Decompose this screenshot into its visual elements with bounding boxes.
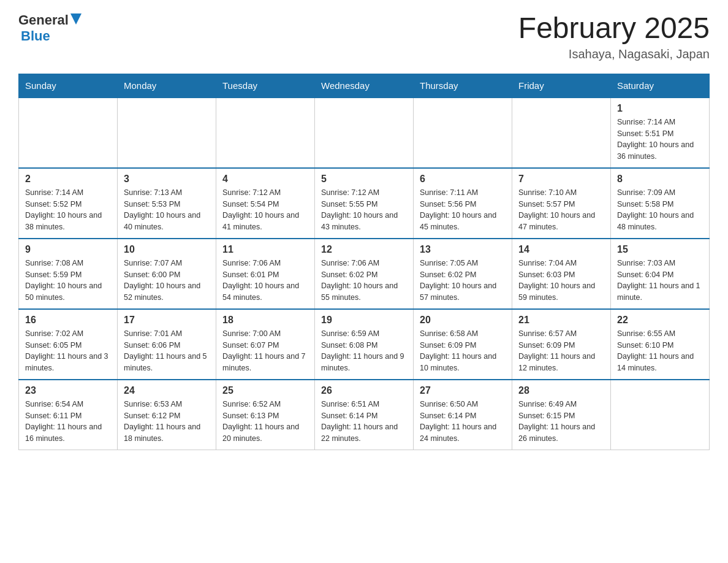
table-row [512,98,611,168]
page-title: February 2025 [518,12,710,45]
day-number: 3 [124,174,210,185]
weekday-thursday: Thursday [414,74,512,98]
day-info: Sunrise: 6:53 AM Sunset: 6:12 PM Dayligh… [124,399,210,445]
page-header: General Blue February 2025 Isahaya, Naga… [18,12,710,61]
day-number: 28 [518,385,604,396]
logo-general-text: General [18,12,69,28]
table-row: 27Sunrise: 6:50 AM Sunset: 6:14 PM Dayli… [414,380,512,450]
day-info: Sunrise: 6:50 AM Sunset: 6:14 PM Dayligh… [420,399,506,445]
table-row [216,98,315,168]
day-info: Sunrise: 6:59 AM Sunset: 6:08 PM Dayligh… [321,328,407,374]
table-row: 18Sunrise: 7:00 AM Sunset: 6:07 PM Dayli… [216,309,315,380]
day-number: 25 [222,385,308,396]
table-row: 23Sunrise: 6:54 AM Sunset: 6:11 PM Dayli… [19,380,118,450]
table-row [611,380,710,450]
weekday-saturday: Saturday [611,74,710,98]
page-subtitle: Isahaya, Nagasaki, Japan [518,47,710,61]
table-row: 20Sunrise: 6:58 AM Sunset: 6:09 PM Dayli… [414,309,512,380]
day-number: 21 [518,315,604,326]
day-number: 27 [420,385,506,396]
table-row: 15Sunrise: 7:03 AM Sunset: 6:04 PM Dayli… [611,239,710,309]
day-number: 15 [617,244,703,255]
day-info: Sunrise: 7:14 AM Sunset: 5:52 PM Dayligh… [25,187,111,233]
day-info: Sunrise: 7:10 AM Sunset: 5:57 PM Dayligh… [518,187,604,233]
day-number: 6 [420,174,506,185]
day-number: 22 [617,315,703,326]
calendar-week-3: 9Sunrise: 7:08 AM Sunset: 5:59 PM Daylig… [19,239,710,309]
weekday-friday: Friday [512,74,611,98]
day-number: 5 [321,174,407,185]
logo-triangle-icon [70,13,82,27]
day-number: 23 [25,385,111,396]
day-info: Sunrise: 7:03 AM Sunset: 6:04 PM Dayligh… [617,258,703,304]
table-row: 17Sunrise: 7:01 AM Sunset: 6:06 PM Dayli… [118,309,216,380]
day-info: Sunrise: 7:12 AM Sunset: 5:55 PM Dayligh… [321,187,407,233]
day-info: Sunrise: 7:02 AM Sunset: 6:05 PM Dayligh… [25,328,111,374]
table-row: 26Sunrise: 6:51 AM Sunset: 6:14 PM Dayli… [315,380,414,450]
table-row [315,98,414,168]
calendar-week-4: 16Sunrise: 7:02 AM Sunset: 6:05 PM Dayli… [19,309,710,380]
table-row: 1Sunrise: 7:14 AM Sunset: 5:51 PM Daylig… [611,98,710,168]
day-number: 1 [617,103,703,114]
day-number: 14 [518,244,604,255]
table-row: 6Sunrise: 7:11 AM Sunset: 5:56 PM Daylig… [414,168,512,239]
table-row: 21Sunrise: 6:57 AM Sunset: 6:09 PM Dayli… [512,309,611,380]
day-info: Sunrise: 7:14 AM Sunset: 5:51 PM Dayligh… [617,117,703,163]
weekday-tuesday: Tuesday [216,74,315,98]
table-row: 9Sunrise: 7:08 AM Sunset: 5:59 PM Daylig… [19,239,118,309]
weekday-monday: Monday [118,74,216,98]
table-row: 7Sunrise: 7:10 AM Sunset: 5:57 PM Daylig… [512,168,611,239]
day-number: 8 [617,174,703,185]
day-info: Sunrise: 7:08 AM Sunset: 5:59 PM Dayligh… [25,258,111,304]
day-info: Sunrise: 6:55 AM Sunset: 6:10 PM Dayligh… [617,328,703,374]
logo: General Blue [18,12,82,44]
day-info: Sunrise: 7:01 AM Sunset: 6:06 PM Dayligh… [124,328,210,374]
weekday-sunday: Sunday [19,74,118,98]
calendar-week-1: 1Sunrise: 7:14 AM Sunset: 5:51 PM Daylig… [19,98,710,168]
logo-blue-text: Blue [21,28,50,44]
day-number: 10 [124,244,210,255]
weekday-header-row: SundayMondayTuesdayWednesdayThursdayFrid… [19,74,710,98]
day-info: Sunrise: 6:49 AM Sunset: 6:15 PM Dayligh… [518,399,604,445]
table-row [414,98,512,168]
table-row [118,98,216,168]
table-row: 19Sunrise: 6:59 AM Sunset: 6:08 PM Dayli… [315,309,414,380]
calendar-table: SundayMondayTuesdayWednesdayThursdayFrid… [18,74,710,450]
day-number: 26 [321,385,407,396]
day-info: Sunrise: 7:05 AM Sunset: 6:02 PM Dayligh… [420,258,506,304]
title-block: February 2025 Isahaya, Nagasaki, Japan [518,12,710,61]
day-number: 12 [321,244,407,255]
day-number: 18 [222,315,308,326]
day-info: Sunrise: 6:52 AM Sunset: 6:13 PM Dayligh… [222,399,308,445]
day-number: 11 [222,244,308,255]
table-row: 14Sunrise: 7:04 AM Sunset: 6:03 PM Dayli… [512,239,611,309]
day-number: 20 [420,315,506,326]
day-info: Sunrise: 7:06 AM Sunset: 6:02 PM Dayligh… [321,258,407,304]
day-number: 13 [420,244,506,255]
table-row: 24Sunrise: 6:53 AM Sunset: 6:12 PM Dayli… [118,380,216,450]
weekday-wednesday: Wednesday [315,74,414,98]
day-number: 4 [222,174,308,185]
day-number: 24 [124,385,210,396]
day-number: 7 [518,174,604,185]
day-info: Sunrise: 7:06 AM Sunset: 6:01 PM Dayligh… [222,258,308,304]
table-row: 10Sunrise: 7:07 AM Sunset: 6:00 PM Dayli… [118,239,216,309]
calendar-week-5: 23Sunrise: 6:54 AM Sunset: 6:11 PM Dayli… [19,380,710,450]
table-row: 2Sunrise: 7:14 AM Sunset: 5:52 PM Daylig… [19,168,118,239]
day-number: 2 [25,174,111,185]
table-row [19,98,118,168]
table-row: 25Sunrise: 6:52 AM Sunset: 6:13 PM Dayli… [216,380,315,450]
day-number: 19 [321,315,407,326]
table-row: 4Sunrise: 7:12 AM Sunset: 5:54 PM Daylig… [216,168,315,239]
day-info: Sunrise: 7:07 AM Sunset: 6:00 PM Dayligh… [124,258,210,304]
day-info: Sunrise: 7:11 AM Sunset: 5:56 PM Dayligh… [420,187,506,233]
day-info: Sunrise: 7:13 AM Sunset: 5:53 PM Dayligh… [124,187,210,233]
table-row: 3Sunrise: 7:13 AM Sunset: 5:53 PM Daylig… [118,168,216,239]
svg-marker-0 [70,13,82,25]
day-info: Sunrise: 6:58 AM Sunset: 6:09 PM Dayligh… [420,328,506,374]
day-number: 17 [124,315,210,326]
day-number: 9 [25,244,111,255]
day-info: Sunrise: 7:09 AM Sunset: 5:58 PM Dayligh… [617,187,703,233]
table-row: 11Sunrise: 7:06 AM Sunset: 6:01 PM Dayli… [216,239,315,309]
day-info: Sunrise: 6:57 AM Sunset: 6:09 PM Dayligh… [518,328,604,374]
